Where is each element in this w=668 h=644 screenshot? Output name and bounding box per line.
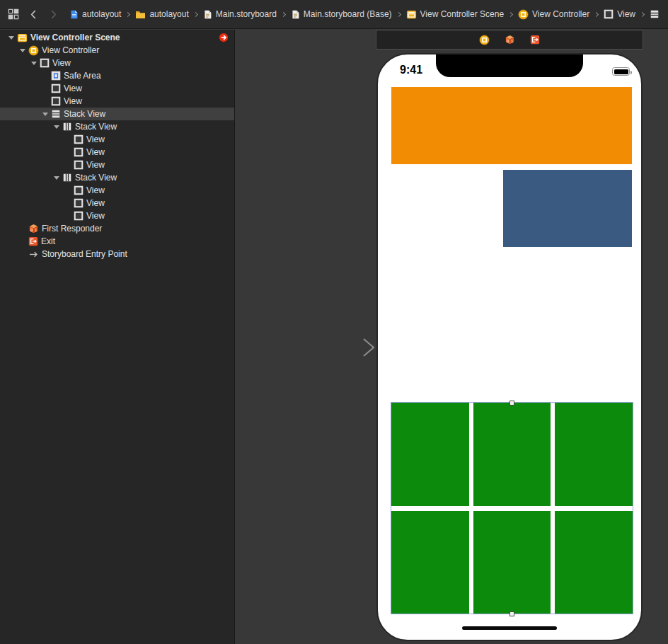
breadcrumb-label: View Controller bbox=[532, 9, 589, 19]
outline-row-label: First Responder bbox=[42, 224, 102, 234]
breadcrumb-item-main-storyboard[interactable]: Main.storyboard bbox=[203, 9, 277, 20]
outline-row-view-controller-scene[interactable]: View Controller Scene bbox=[0, 31, 234, 44]
document-outline: View Controller SceneView ControllerView… bbox=[0, 30, 235, 644]
view-icon bbox=[74, 147, 84, 157]
stack-h-icon bbox=[62, 173, 72, 183]
disclosure-triangle-icon[interactable] bbox=[17, 45, 28, 56]
disclosure-spacer bbox=[62, 185, 74, 196]
exit-icon[interactable] bbox=[530, 35, 540, 45]
outline-row-view[interactable]: View bbox=[0, 184, 234, 197]
first-responder-icon[interactable]: 01 bbox=[505, 35, 515, 45]
outline-row-stack-view[interactable]: Stack View bbox=[0, 120, 234, 133]
view-controller-icon[interactable] bbox=[479, 35, 490, 45]
disclosure-spacer bbox=[40, 96, 51, 107]
view-icon bbox=[74, 160, 84, 170]
disclosure-spacer bbox=[62, 146, 74, 158]
outline-row-storyboard-entry-point[interactable]: Storyboard Entry Point bbox=[0, 248, 234, 260]
iphone-device-frame[interactable]: 9:41 bbox=[376, 53, 643, 641]
svg-text:0: 0 bbox=[507, 38, 509, 42]
breadcrumb-item-view[interactable]: View bbox=[604, 9, 635, 19]
outline-row-label: View bbox=[52, 58, 71, 68]
outline-row-label: Stack View bbox=[64, 109, 105, 119]
breadcrumb-label: autolayout bbox=[149, 9, 188, 19]
disclosure-triangle-icon[interactable] bbox=[6, 32, 17, 43]
battery-icon bbox=[612, 67, 630, 76]
first-responder-icon: 01 bbox=[28, 224, 39, 234]
breadcrumb-item-view-controller[interactable]: View Controller bbox=[518, 9, 589, 20]
selection-handle-top[interactable] bbox=[509, 401, 514, 406]
outline-row-safe-area[interactable]: Safe Area bbox=[0, 69, 234, 82]
green-view[interactable] bbox=[391, 403, 469, 506]
safe-area-icon bbox=[51, 71, 61, 81]
breadcrumb-item-stack-view[interactable]: Stack View bbox=[650, 9, 661, 19]
outline-row-view[interactable]: View bbox=[0, 133, 234, 146]
orange-view[interactable] bbox=[391, 87, 632, 164]
green-view[interactable] bbox=[473, 511, 551, 614]
green-view[interactable] bbox=[555, 511, 633, 614]
outline-row-view[interactable]: View bbox=[0, 57, 234, 69]
green-view[interactable] bbox=[473, 403, 551, 506]
outline-row-label: View bbox=[86, 160, 105, 170]
storyboard-entry-arrow[interactable] bbox=[309, 337, 379, 361]
storyboard-doc-icon bbox=[291, 9, 300, 20]
breadcrumb-item-autolayout[interactable]: autolayout bbox=[69, 9, 121, 20]
breadcrumb-label: View Controller Scene bbox=[420, 9, 505, 19]
disclosure-spacer bbox=[62, 159, 74, 171]
outline-row-label: View Controller Scene bbox=[30, 33, 120, 42]
back-icon[interactable] bbox=[27, 8, 40, 21]
breadcrumb-item-view-controller-scene[interactable]: View Controller Scene bbox=[406, 9, 505, 20]
green-view[interactable] bbox=[391, 511, 469, 614]
outline-row-label: Stack View bbox=[75, 122, 117, 132]
disclosure-triangle-icon[interactable] bbox=[51, 172, 62, 183]
green-view[interactable] bbox=[555, 403, 633, 506]
folder-icon bbox=[135, 10, 146, 19]
disclosure-triangle-icon[interactable] bbox=[28, 57, 40, 69]
breadcrumb-separator-icon bbox=[125, 11, 130, 16]
outline-row-view[interactable]: View bbox=[0, 146, 234, 159]
blue-view[interactable] bbox=[503, 170, 632, 247]
exit-icon bbox=[28, 236, 38, 246]
jump-bar-nav bbox=[7, 8, 59, 21]
disclosure-spacer bbox=[62, 210, 74, 222]
selection-handle-bottom[interactable] bbox=[509, 611, 514, 616]
scene-icon bbox=[406, 9, 417, 20]
outline-row-view[interactable]: View bbox=[0, 95, 234, 108]
outline-row-view[interactable]: View bbox=[0, 209, 234, 222]
disclosure-spacer bbox=[17, 248, 28, 260]
disclosure-triangle-icon[interactable] bbox=[40, 108, 51, 120]
forward-icon[interactable] bbox=[47, 8, 59, 21]
stack-v-icon bbox=[650, 9, 660, 19]
breadcrumb-label: Main.storyboard (Base) bbox=[304, 9, 392, 19]
view-icon bbox=[74, 134, 84, 144]
disclosure-spacer bbox=[62, 134, 74, 145]
outline-row-view[interactable]: View bbox=[0, 159, 234, 171]
breadcrumb: autolayoutautolayoutMain.storyboardMain.… bbox=[69, 9, 661, 20]
outline-row-first-responder[interactable]: 01First Responder bbox=[0, 222, 234, 235]
view-icon bbox=[74, 198, 84, 208]
outline-row-stack-view[interactable]: Stack View bbox=[0, 108, 234, 120]
storyboard-doc-icon bbox=[203, 9, 212, 20]
scene-toolbar: 01 bbox=[376, 30, 643, 50]
breadcrumb-item-autolayout[interactable]: autolayout bbox=[135, 9, 188, 19]
disclosure-spacer bbox=[40, 70, 51, 81]
outline-row-label: View bbox=[86, 134, 105, 144]
disclosure-triangle-icon[interactable] bbox=[51, 121, 62, 132]
outline-row-view[interactable]: View bbox=[0, 82, 234, 95]
selected-stack-view[interactable] bbox=[391, 403, 633, 614]
outline-row-exit[interactable]: Exit bbox=[0, 235, 234, 248]
error-badge[interactable] bbox=[219, 33, 229, 42]
view-icon bbox=[604, 9, 614, 19]
outline-row-label: Storyboard Entry Point bbox=[42, 249, 127, 259]
outline-row-view[interactable]: View bbox=[0, 197, 234, 209]
related-items-icon[interactable] bbox=[7, 8, 20, 21]
breadcrumb-item-main-storyboard-base[interactable]: Main.storyboard (Base) bbox=[291, 9, 392, 20]
breadcrumb-separator-icon bbox=[396, 11, 401, 16]
view-icon bbox=[74, 211, 84, 221]
breadcrumb-separator-icon bbox=[193, 11, 198, 16]
jump-bar: autolayoutautolayoutMain.storyboardMain.… bbox=[0, 0, 668, 29]
outline-row-stack-view[interactable]: Stack View bbox=[0, 171, 234, 184]
outline-row-label: View bbox=[86, 211, 105, 221]
outline-row-view-controller[interactable]: View Controller bbox=[0, 44, 234, 57]
breadcrumb-label: View bbox=[617, 9, 635, 19]
stack-v-icon bbox=[51, 109, 61, 119]
